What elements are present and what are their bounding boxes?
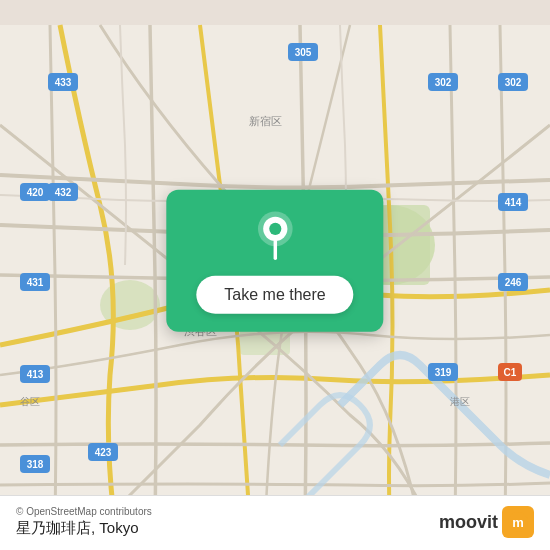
svg-text:新宿区: 新宿区: [249, 115, 282, 127]
svg-text:318: 318: [27, 459, 44, 470]
svg-text:C1: C1: [504, 367, 517, 378]
take-me-there-button[interactable]: Take me there: [196, 276, 353, 314]
svg-text:港区: 港区: [450, 396, 470, 407]
destination-card: Take me there: [166, 190, 383, 332]
svg-point-39: [269, 223, 281, 235]
svg-text:谷区: 谷区: [20, 396, 40, 407]
location-pin-icon: [249, 210, 301, 262]
svg-text:423: 423: [95, 447, 112, 458]
svg-text:433: 433: [55, 77, 72, 88]
bottom-bar: © OpenStreetMap contributors 星乃珈琲店, Toky…: [0, 495, 550, 550]
svg-text:414: 414: [505, 197, 522, 208]
moovit-logo: moovit m: [439, 506, 534, 538]
map-container: 新宿区 渋谷区 港区 谷区 433 420 432 431 413 318 30…: [0, 0, 550, 550]
svg-text:305: 305: [295, 47, 312, 58]
svg-text:246: 246: [505, 277, 522, 288]
moovit-brand-text: moovit: [439, 512, 498, 533]
svg-text:431: 431: [27, 277, 44, 288]
svg-text:420: 420: [27, 187, 44, 198]
copyright-text: © OpenStreetMap contributors: [16, 506, 152, 517]
location-name: 星乃珈琲店, Tokyo: [16, 519, 152, 538]
svg-text:432: 432: [55, 187, 72, 198]
svg-text:302: 302: [505, 77, 522, 88]
moovit-icon: m: [502, 506, 534, 538]
svg-text:m: m: [512, 515, 524, 530]
svg-text:413: 413: [27, 369, 44, 380]
svg-text:302: 302: [435, 77, 452, 88]
location-info: © OpenStreetMap contributors 星乃珈琲店, Toky…: [16, 506, 152, 538]
svg-text:319: 319: [435, 367, 452, 378]
